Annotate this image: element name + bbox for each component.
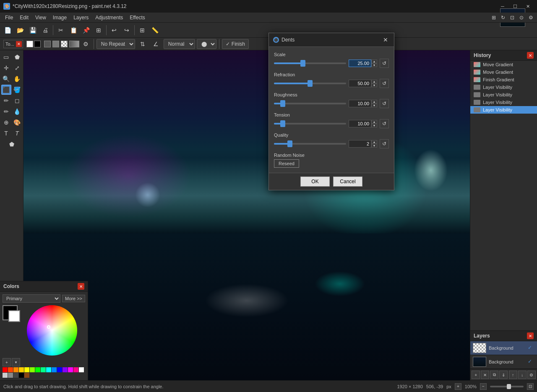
menu-layers[interactable]: Layers (70, 14, 92, 21)
dialog-ok-button[interactable]: OK (300, 177, 330, 187)
zoom-slider[interactable] (490, 386, 524, 387)
eraser-tool[interactable]: ◻ (12, 96, 22, 106)
zoom-slider-thumb[interactable] (507, 384, 511, 389)
layer-visibility-0[interactable]: ✓ (528, 345, 534, 351)
pan-tool[interactable]: ✋ (12, 74, 22, 84)
tension-spin-down[interactable]: ▼ (371, 124, 377, 127)
palette-magenta[interactable] (68, 367, 73, 372)
quality-spin-down[interactable]: ▼ (371, 144, 377, 148)
to-close-button[interactable]: ✕ (16, 41, 22, 47)
palette-dark-gray[interactable] (13, 373, 18, 378)
lasso-select-tool[interactable]: ⬟ (12, 52, 22, 62)
paste-button[interactable]: 📌 (80, 24, 92, 36)
ruler-button[interactable]: 📏 (149, 24, 161, 36)
tension-reset-button[interactable]: ↺ (380, 119, 389, 128)
menu-view[interactable]: View (32, 14, 50, 21)
scale-spin-down[interactable]: ▼ (371, 63, 377, 67)
dialog-close-button[interactable]: ✕ (381, 36, 390, 44)
brush-size-dropdown[interactable]: ⬤ (197, 39, 216, 49)
scale-slider[interactable] (274, 62, 346, 64)
roughness-input[interactable] (349, 100, 371, 107)
tension-input[interactable] (349, 120, 371, 127)
palette-light-gray[interactable] (3, 373, 8, 378)
refraction-spin-up[interactable]: ▲ (371, 80, 377, 83)
palette-sky-blue[interactable] (52, 367, 57, 372)
repeat-dropdown[interactable]: No Repeat Repeat Mirror (96, 39, 135, 49)
print-button[interactable]: 🖨 (39, 24, 51, 36)
cut-button[interactable]: ✂ (55, 24, 67, 36)
tension-spin-up[interactable]: ▲ (371, 120, 377, 124)
save-button[interactable]: 💾 (27, 24, 39, 36)
foreground-color-swatch[interactable] (8, 310, 20, 322)
colors-close-button[interactable]: ✕ (78, 283, 84, 290)
palette-teal-green[interactable] (41, 367, 46, 372)
grid-button[interactable]: ⊞ (136, 24, 148, 36)
color-wheel[interactable] (27, 305, 77, 356)
toolbar-icon-1[interactable]: ⊞ (489, 13, 498, 22)
fit-window-button[interactable]: ⊡ (527, 383, 534, 390)
palette-green[interactable] (35, 367, 40, 372)
palette-black[interactable] (19, 373, 24, 378)
angle-button[interactable]: ∠ (150, 38, 162, 50)
palette-red[interactable] (3, 367, 8, 372)
palette-add-button[interactable]: + (3, 358, 11, 366)
text-tool[interactable]: T (1, 128, 11, 138)
refraction-reset-button[interactable]: ↺ (380, 79, 389, 88)
palette-pink[interactable] (73, 367, 78, 372)
palette-yellow-green[interactable] (30, 367, 35, 372)
blend-mode-dropdown[interactable]: Normal Multiply Screen (164, 39, 195, 49)
tertiary-swatch[interactable] (52, 41, 59, 47)
zoom-out-button[interactable]: − (480, 383, 487, 390)
dents-dialog[interactable]: ⚫ Dents ✕ Scale ▲ ▼ (268, 33, 394, 190)
redo-button[interactable]: ↪ (121, 24, 133, 36)
scale-reset-button[interactable]: ↺ (380, 59, 389, 68)
menu-file[interactable]: File (2, 14, 16, 21)
crop-button[interactable]: ⊞ (93, 24, 104, 36)
rectangle-select-tool[interactable]: ▭ (1, 52, 11, 62)
history-item-4[interactable]: Layer Visibility (470, 91, 537, 99)
move-selection-tool[interactable]: ⤢ (12, 63, 22, 73)
refraction-slider[interactable] (274, 83, 346, 84)
move-layer-down-button[interactable]: ↓ (518, 371, 527, 379)
layer-visibility-1[interactable]: ✓ (528, 358, 534, 365)
color-picker-tool[interactable]: 💧 (12, 106, 22, 117)
quality-reset-button[interactable]: ↺ (380, 139, 389, 148)
toolbar-icon-5[interactable]: ⚙ (526, 13, 535, 22)
move-tool[interactable]: ✛ (1, 63, 11, 73)
duplicate-layer-button[interactable]: ⧉ (490, 371, 498, 379)
merge-layer-button[interactable]: ⇓ (499, 371, 508, 379)
quality-input[interactable] (349, 140, 371, 148)
paint-bucket-tool[interactable]: 🪣 (12, 85, 22, 95)
swap-button[interactable]: ⇅ (137, 38, 149, 50)
history-item-3[interactable]: Layer Visibility (470, 83, 537, 91)
menu-adjustments[interactable]: Adjustments (92, 14, 126, 21)
clone-stamp-tool[interactable]: ⊕ (1, 117, 11, 127)
palette-options-button[interactable]: ▼ (12, 358, 20, 366)
dialog-cancel-button[interactable]: Cancel (333, 177, 362, 187)
pattern-swatch[interactable] (61, 41, 68, 47)
palette-purple[interactable] (63, 367, 68, 372)
menu-effects[interactable]: Effects (126, 14, 148, 21)
move-layer-up-button[interactable]: ↑ (509, 371, 517, 379)
menu-image[interactable]: Image (50, 14, 70, 21)
roughness-spin-down[interactable]: ▼ (371, 104, 377, 107)
history-item-2[interactable]: Finish Gradient (470, 76, 537, 83)
toolbar-icon-3[interactable]: ⊡ (508, 13, 517, 22)
roughness-slider-thumb[interactable] (280, 100, 285, 107)
palette-orange-red[interactable] (8, 367, 13, 372)
text-italic-tool[interactable]: T (12, 128, 22, 138)
roughness-slider[interactable] (274, 103, 346, 104)
foreground-swatch[interactable] (26, 41, 33, 47)
history-item-6[interactable]: Layer Visibility (470, 106, 537, 114)
gradient-swatch[interactable] (69, 41, 79, 47)
more-colors-button[interactable]: More >> (62, 295, 85, 302)
zoom-in-button[interactable]: + (455, 383, 461, 390)
primary-dropdown[interactable]: Primary Secondary (3, 294, 60, 303)
recolor-tool[interactable]: 🎨 (12, 117, 22, 127)
history-close-button[interactable]: ✕ (527, 52, 534, 59)
finish-button[interactable]: ✓ Finish (222, 39, 249, 49)
reseed-button[interactable]: Reseed (274, 159, 299, 168)
history-item-5[interactable]: Layer Visibility (470, 99, 537, 106)
layer-item-0[interactable]: Background ✓ (470, 341, 537, 355)
layer-item-1[interactable]: Background ✓ (470, 355, 537, 369)
